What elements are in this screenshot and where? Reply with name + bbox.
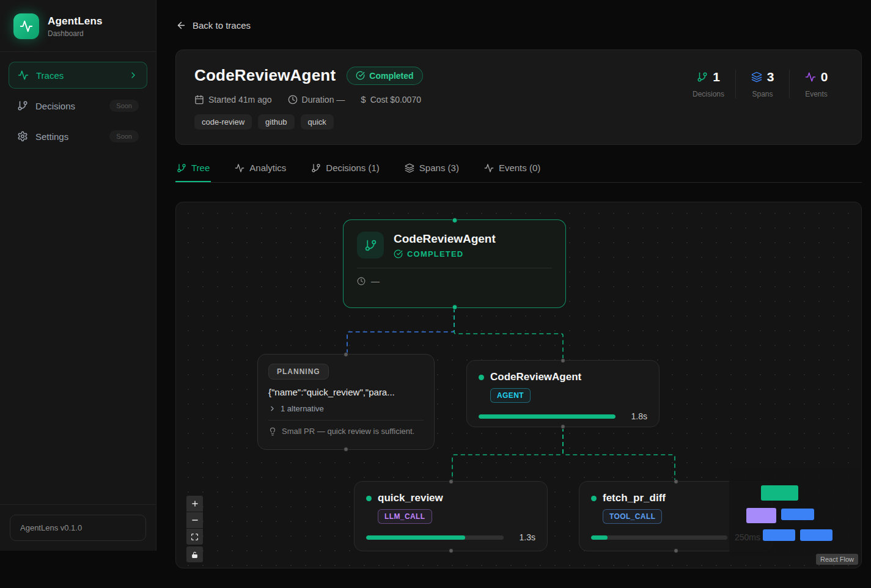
node-handle [344, 352, 348, 357]
tag: quick [301, 114, 334, 130]
sidebar-footer: AgentLens v0.1.0 [0, 504, 156, 551]
trace-header-left: CodeReviewAgent Completed Started 41m ag… [194, 66, 423, 128]
sidebar-item-decisions[interactable]: Decisions Soon [9, 92, 147, 119]
tab-analytics[interactable]: Analytics [233, 160, 287, 182]
tab-decisions[interactable]: Decisions (1) [310, 160, 381, 182]
activity-icon [484, 163, 494, 173]
stat-decisions: 1 Decisions [682, 70, 735, 98]
chevron-right-icon [128, 70, 138, 80]
node-handle [560, 358, 565, 363]
node-title: CodeReviewAgent [394, 232, 496, 246]
minimap[interactable] [729, 468, 862, 556]
span-type-badge: TOOL_CALL [603, 509, 662, 524]
layers-icon [751, 72, 762, 83]
duration-meta: Duration — [288, 95, 345, 105]
zoom-in-button[interactable] [186, 496, 203, 512]
duration-bar-track [366, 535, 504, 540]
brand: AgentLens Dashboard [0, 0, 156, 52]
node-handle [449, 479, 454, 484]
minimap-node-agent [781, 509, 814, 520]
minimap-node-planning [746, 508, 776, 523]
sidebar-item-label: Settings [35, 131, 68, 142]
decision-content: {"name":"quick_review","para... [268, 387, 424, 397]
git-branch-icon [697, 72, 708, 83]
react-flow-attribution[interactable]: React Flow [816, 554, 858, 565]
soon-badge: Soon [109, 130, 139, 142]
check-circle-icon [356, 71, 365, 80]
sidebar-item-traces[interactable]: Traces [9, 62, 147, 89]
node-handle [560, 424, 565, 429]
tag: code-review [194, 114, 252, 130]
calendar-icon [194, 95, 204, 105]
tags-row: code-review github quick [194, 114, 423, 130]
sidebar: AgentLens Dashboard Traces Decisions Soo… [0, 0, 156, 551]
activity-icon [235, 163, 244, 173]
duration-bar-fill [366, 535, 465, 540]
duration-bar-fill [591, 535, 608, 540]
minimap-node-root [761, 485, 798, 501]
flow-node-quick-review[interactable]: quick_review LLM_CALL 1.3s [354, 481, 548, 551]
minimap-node-quick-review [763, 529, 795, 541]
node-duration: — [371, 276, 380, 286]
app-logo-icon [13, 13, 39, 39]
trace-stats: 1 Decisions 3 Spans 0 [682, 70, 843, 128]
tab-bar: Tree Analytics Decisions (1) Spans (3) E… [175, 160, 862, 183]
minimap-node-fetch-pr-diff [800, 529, 832, 541]
stat-events: 0 Events [789, 70, 843, 98]
git-branch-icon [17, 100, 28, 111]
status-dot [479, 375, 484, 380]
flow-canvas[interactable]: CodeReviewAgent COMPLETED — [175, 202, 862, 568]
tab-spans[interactable]: Spans (3) [403, 160, 460, 182]
page: AgentLens Dashboard Traces Decisions Soo… [0, 0, 871, 588]
check-circle-icon [394, 249, 403, 259]
flow-node-planning-decision[interactable]: PLANNING {"name":"quick_review","para...… [257, 354, 435, 450]
zoom-out-button[interactable] [186, 512, 203, 528]
git-branch-icon [177, 163, 186, 173]
trace-title: CodeReviewAgent [194, 66, 336, 85]
stat-spans: 3 Spans [735, 70, 789, 98]
node-handle [452, 218, 457, 223]
lightbulb-icon [268, 427, 277, 436]
activity-icon [18, 70, 29, 81]
started-meta: Started 41m ago [194, 95, 272, 105]
clock-icon [357, 277, 366, 285]
decision-reason: Small PR — quick review is sufficient. [268, 427, 424, 436]
node-title: CodeReviewAgent [490, 371, 581, 383]
activity-icon [805, 72, 816, 83]
flow-node-root-agent[interactable]: CodeReviewAgent COMPLETED — [343, 219, 566, 308]
fit-view-button[interactable] [186, 529, 203, 545]
node-title: fetch_pr_diff [603, 492, 666, 504]
tab-tree[interactable]: Tree [175, 160, 211, 182]
span-type-badge: LLM_CALL [378, 509, 432, 524]
tab-events[interactable]: Events (0) [483, 160, 542, 182]
tag: github [258, 114, 294, 130]
lock-button[interactable] [186, 546, 203, 562]
node-handle [449, 548, 454, 553]
node-status: COMPLETED [407, 249, 463, 259]
node-handle [452, 304, 457, 310]
status-badge: Completed [347, 67, 422, 85]
duration-bar-track [591, 535, 727, 540]
layers-icon [405, 163, 414, 173]
duration-bar-fill [479, 414, 616, 419]
alternatives-toggle[interactable]: 1 alternative [268, 404, 424, 413]
duration-bar-track [479, 414, 616, 419]
soon-badge: Soon [109, 100, 139, 112]
sidebar-item-label: Traces [36, 70, 64, 81]
dollar-icon: $ [361, 94, 366, 105]
back-to-traces-link[interactable]: Back to traces [176, 20, 251, 31]
flow-node-agent-span[interactable]: CodeReviewAgent AGENT 1.8s [466, 360, 660, 427]
app-subtitle: Dashboard [48, 29, 103, 38]
gear-icon [17, 131, 28, 142]
node-handle [344, 447, 348, 452]
node-duration: 1.3s [511, 532, 535, 542]
sidebar-item-settings[interactable]: Settings Soon [9, 123, 147, 150]
cost-meta: $ Cost $0.0070 [361, 94, 421, 105]
node-handle [674, 479, 678, 484]
sidebar-nav: Traces Decisions Soon Settings Soon [0, 52, 156, 163]
node-title: quick_review [378, 492, 443, 504]
sidebar-item-label: Decisions [35, 101, 75, 111]
canvas-controls [186, 496, 203, 563]
git-branch-icon [357, 232, 384, 259]
status-dot [591, 496, 597, 501]
